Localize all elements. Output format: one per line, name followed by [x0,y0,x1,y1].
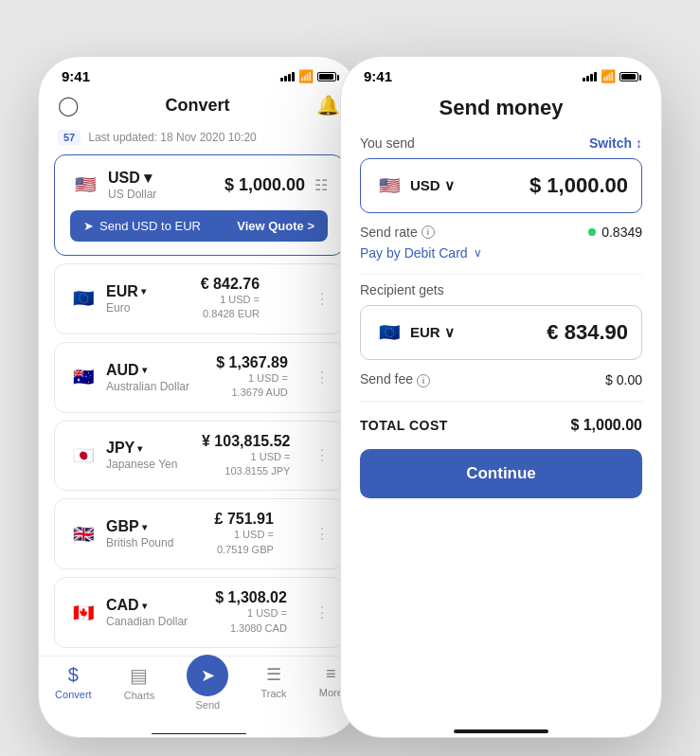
total-cost-label: TOTAL COST [360,418,448,433]
nav-item-track[interactable]: ☰ Track [261,664,287,711]
status-bar-left: 9:41 📶 [39,57,359,88]
list-item[interactable]: 🇪🇺 EUR ▾ Euro € 842.76 1 USD =0.8428 EUR… [54,263,344,334]
more-icon[interactable]: ⋮ [314,290,330,308]
gbp-info: 🇬🇧 GBP ▾ British Pound [68,518,173,549]
pay-method-label: Pay by Debit Card [360,245,468,261]
cad-name: Canadian Dollar [106,615,188,628]
cad-flag: 🇨🇦 [68,598,99,628]
eur-name: Euro [106,301,146,315]
gbp-flag: 🇬🇧 [68,519,99,549]
send-rate-label: Send rate i [360,225,435,240]
list-item[interactable]: 🇯🇵 JPY ▾ Japanese Yen ¥ 103,815.52 1 USD… [54,421,344,492]
recipient-amount: € 834.90 [547,320,628,345]
time-right: 9:41 [364,68,392,84]
more-nav-icon: ≡ [326,664,336,684]
status-icons-right: 📶 [583,69,638,83]
charts-nav-label: Charts [124,690,154,701]
status-icons-left: 📶 [280,69,336,83]
gbp-amount: £ 751.91 1 USD =0.7519 GBP [215,511,274,557]
recipient-currency-selector[interactable]: 🇪🇺 EUR ∨ [374,317,455,348]
list-item[interactable]: 🇬🇧 GBP ▾ British Pound £ 751.91 1 USD =0… [54,498,344,569]
profile-icon[interactable]: ◯ [58,94,79,117]
status-bar-right: 9:41 📶 [341,57,661,88]
send-nav-icon: ➤ [201,665,215,686]
continue-button[interactable]: Continue [360,449,642,498]
pay-method-chevron: ∨ [474,246,482,260]
phones-container: 9:41 📶 ◯ Convert 🔔 57 Last updated: 18 N… [19,19,681,756]
currency-list: 🇪🇺 EUR ▾ Euro € 842.76 1 USD =0.8428 EUR… [39,263,359,656]
rate-info-icon[interactable]: i [422,225,435,239]
recipient-flag: 🇪🇺 [374,317,404,348]
nav-item-charts[interactable]: ▤ Charts [124,664,154,711]
you-send-amount-row[interactable]: 🇺🇸 USD ∨ $ 1,000.00 [360,158,642,213]
update-text: Last updated: 18 Nov 2020 10:20 [88,131,256,144]
aud-code[interactable]: AUD ▾ [106,362,189,379]
eur-code[interactable]: EUR ▾ [106,283,146,300]
track-nav-label: Track [261,688,287,699]
more-icon[interactable]: ⋮ [314,369,330,387]
fee-row: Send fee i $ 0.00 [360,371,642,387]
main-currency-row: 🇺🇸 USD ▾ US Dollar $ 1,000.00 ☷ [70,169,328,201]
more-icon[interactable]: ⋮ [314,525,330,543]
fee-info-icon[interactable]: i [417,374,430,387]
recipient-section: Recipient gets 🇪🇺 EUR ∨ € 834.90 [360,282,642,360]
main-currency-card[interactable]: 🇺🇸 USD ▾ US Dollar $ 1,000.00 ☷ ➤ [54,154,344,256]
send-icon: ➤ [83,219,94,233]
aud-flag: 🇦🇺 [68,362,99,392]
jpy-flag: 🇯🇵 [68,441,99,471]
cad-info: 🇨🇦 CAD ▾ Canadian Dollar [68,597,188,628]
you-send-label: You send [360,135,415,151]
green-dot [588,228,596,236]
eur-amount: € 842.76 1 USD =0.8428 EUR [201,276,260,322]
pay-method-row[interactable]: Pay by Debit Card ∨ [360,245,642,261]
list-item[interactable]: 🇦🇺 AUD ▾ Australian Dollar $ 1,367.89 1 … [54,342,344,413]
update-bar: 57 Last updated: 18 Nov 2020 10:20 [39,126,359,154]
you-send-section: You send Switch ↕ 🇺🇸 USD ∨ $ 1,000.00 [360,135,642,213]
charts-nav-icon: ▤ [130,664,148,687]
usd-flag: 🇺🇸 [70,170,100,200]
more-icon[interactable]: ⋮ [314,446,330,464]
usd-code[interactable]: USD ▾ [108,169,156,187]
calculator-icon[interactable]: ☷ [314,176,328,194]
switch-button[interactable]: Switch ↕ [589,135,642,151]
list-item[interactable]: 🇨🇦 CAD ▾ Canadian Dollar $ 1,308.02 1 US… [54,577,344,648]
recipient-amount-row[interactable]: 🇪🇺 EUR ∨ € 834.90 [360,305,642,360]
bell-icon[interactable]: 🔔 [316,94,340,117]
fee-label: Send fee i [360,371,430,387]
total-cost-value: $ 1,000.00 [570,417,642,434]
eur-info: 🇪🇺 EUR ▾ Euro [68,283,146,315]
wifi-icon: 📶 [298,69,314,83]
jpy-amount: ¥ 103,815.52 1 USD =103.8155 JPY [202,433,290,479]
gbp-code[interactable]: GBP ▾ [106,518,173,535]
send-currency-code[interactable]: USD ∨ [410,177,455,194]
jpy-code[interactable]: JPY ▾ [106,440,177,457]
send-bar-label: ➤ Send USD to EUR [83,219,201,233]
nav-header-left: ◯ Convert 🔔 [39,88,359,126]
cad-code[interactable]: CAD ▾ [106,597,188,614]
send-nav-label: Send [196,699,221,711]
nav-item-convert[interactable]: $ Convert [55,664,92,711]
convert-nav-icon: $ [68,664,79,686]
divider [360,274,642,275]
fee-value: $ 0.00 [605,372,642,387]
right-phone: 9:41 📶 Send money You send Switch ↕ [340,56,662,738]
send-money-title: Send money [341,88,661,135]
jpy-name: Japanese Yen [106,458,177,471]
convert-nav-label: Convert [55,689,92,700]
more-icon[interactable]: ⋮ [314,603,330,621]
nav-item-send[interactable]: ➤ Send [187,664,228,711]
send-nav-btn[interactable]: ➤ [187,655,228,696]
convert-title: Convert [165,96,229,116]
battery-icon [317,72,336,81]
gbp-name: British Pound [106,536,173,549]
bottom-nav: $ Convert ▤ Charts ➤ Send ☰ Track ≡ More [39,656,359,729]
send-rate-row: Send rate i 0.8349 [360,225,642,240]
recipient-currency-code[interactable]: EUR ∨ [410,324,455,341]
you-send-header: You send Switch ↕ [360,135,642,151]
send-bar[interactable]: ➤ Send USD to EUR View Quote > [70,210,328,242]
send-currency-selector[interactable]: 🇺🇸 USD ∨ [374,171,455,201]
update-badge: 57 [58,130,81,145]
left-phone: 9:41 📶 ◯ Convert 🔔 57 Last updated: 18 N… [38,56,360,738]
view-quote-btn[interactable]: View Quote > [237,219,314,233]
cad-amount: $ 1,308.02 1 USD =1.3080 CAD [215,589,287,636]
